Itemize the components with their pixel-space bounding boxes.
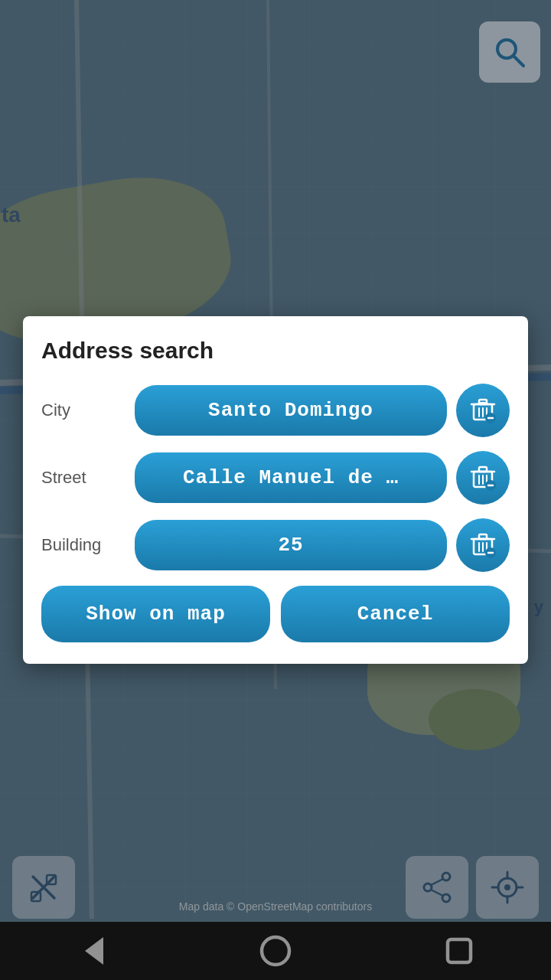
building-row: Building 25	[41, 518, 510, 572]
cancel-button[interactable]: Cancel	[281, 586, 510, 642]
street-label: Street	[41, 468, 126, 488]
modal-backdrop: Address search City Santo Domingo	[0, 0, 551, 980]
svg-rect-26	[479, 534, 487, 539]
street-input-button[interactable]: Calle Manuel de …	[135, 452, 447, 503]
address-search-dialog: Address search City Santo Domingo	[23, 316, 528, 664]
show-on-map-button[interactable]: Show on map	[41, 586, 270, 642]
city-input-button[interactable]: Santo Domingo	[135, 385, 447, 436]
trash-icon	[469, 397, 497, 424]
building-delete-button[interactable]	[456, 518, 510, 572]
svg-rect-18	[479, 467, 487, 472]
street-row: Street Calle Manuel de …	[41, 451, 510, 505]
dialog-title: Address search	[41, 338, 510, 364]
trash-icon-street	[469, 464, 497, 492]
city-row: City Santo Domingo	[41, 384, 510, 437]
building-input-button[interactable]: 25	[135, 520, 447, 570]
trash-icon-building	[469, 531, 497, 559]
building-label: Building	[41, 535, 126, 555]
city-label: City	[41, 400, 126, 420]
street-delete-button[interactable]	[456, 451, 510, 505]
city-delete-button[interactable]	[456, 384, 510, 437]
action-row: Show on map Cancel	[41, 586, 510, 642]
